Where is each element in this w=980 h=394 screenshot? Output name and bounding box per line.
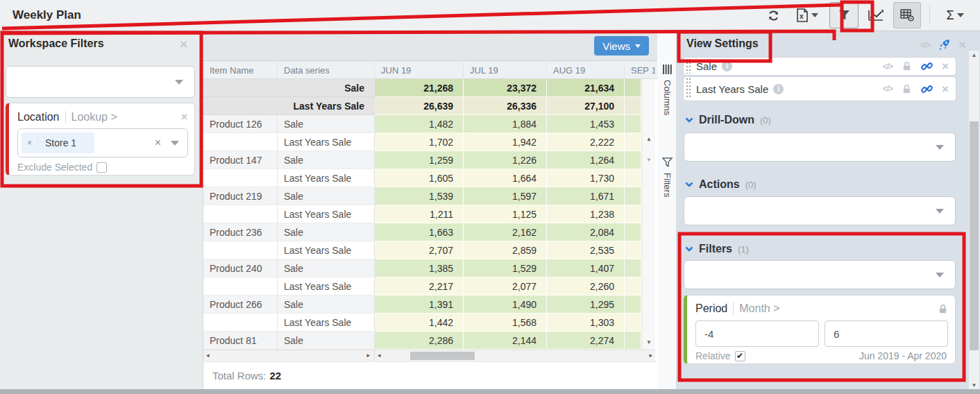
cell-value[interactable]: 2,144	[464, 332, 547, 350]
lookup-link[interactable]: Lookup >	[71, 111, 117, 123]
cell-value[interactable]: 1,303	[547, 314, 625, 332]
cell-value[interactable]: 2,274	[547, 332, 625, 350]
period-to-input[interactable]	[825, 320, 948, 347]
link-icon[interactable]	[921, 83, 933, 95]
scroll-down-icon[interactable]: ▼	[642, 157, 656, 163]
granularity-link[interactable]: Month >	[739, 302, 779, 315]
cell-value[interactable]: 1,605	[375, 169, 464, 187]
relative-checkbox[interactable]: ✔	[735, 351, 745, 361]
cell-value-clipped[interactable]	[625, 314, 641, 332]
lock-icon[interactable]	[902, 61, 912, 71]
period-from-input[interactable]	[695, 320, 819, 347]
clear-icon[interactable]: ×	[155, 137, 161, 149]
cell-value-clipped[interactable]	[625, 296, 641, 314]
cell-value-clipped[interactable]	[625, 151, 641, 169]
grid-vertical-scrollbar[interactable]: ▲ ▼ ▼	[641, 79, 655, 350]
scroll-right-icon[interactable]: ▸	[366, 352, 370, 359]
cell-value[interactable]: 1,597	[464, 187, 547, 205]
cell-value[interactable]: 2,707	[375, 241, 464, 259]
cell-value-clipped[interactable]	[625, 259, 641, 277]
cell-value-clipped[interactable]	[625, 187, 641, 205]
column-header[interactable]: AUG 19	[547, 61, 625, 78]
cell-value[interactable]: 1,226	[464, 151, 547, 169]
cell-value[interactable]: 1,490	[464, 296, 547, 314]
cell-value[interactable]: 1,539	[375, 187, 464, 205]
cell-value[interactable]: 1,125	[464, 205, 547, 223]
cell-value[interactable]: 1,391	[375, 296, 464, 314]
tab-columns[interactable]: Columns	[657, 65, 677, 115]
cell-value[interactable]: 1,942	[464, 133, 547, 151]
cell-value-clipped[interactable]	[625, 133, 641, 151]
column-header[interactable]: Item Name	[203, 61, 278, 78]
cell-value[interactable]: 1,407	[547, 259, 625, 277]
excel-export-button[interactable]: x	[791, 3, 824, 27]
drag-handle[interactable]	[686, 59, 692, 74]
cell-value[interactable]: 1,884	[464, 115, 547, 133]
cell-value[interactable]: 1,568	[464, 314, 547, 332]
cell-value[interactable]: 2,859	[464, 241, 547, 259]
cell-value[interactable]: 2,260	[547, 277, 625, 296]
actions-select[interactable]	[684, 196, 956, 225]
cell-value[interactable]: 26,639	[375, 97, 464, 115]
cell-value-clipped[interactable]	[625, 277, 641, 296]
cell-value[interactable]: 1,730	[547, 169, 625, 187]
cell-value-clipped[interactable]	[625, 79, 641, 97]
cell-value[interactable]: 1,482	[375, 115, 464, 133]
location-value-select[interactable]: × Store 1 ×	[17, 128, 188, 157]
cell-value-clipped[interactable]	[625, 223, 641, 241]
cell-value[interactable]: 1,664	[464, 169, 547, 187]
data-scrollbar[interactable]: ◂ ▸	[375, 350, 655, 361]
cell-value[interactable]: 1,453	[547, 115, 625, 133]
code-icon[interactable]: </>	[883, 62, 893, 71]
column-header[interactable]: SEP 19	[625, 61, 655, 78]
code-icon[interactable]: </>	[920, 40, 930, 50]
cell-value[interactable]: 2,535	[547, 241, 625, 259]
cell-value[interactable]: 1,238	[547, 205, 625, 223]
cell-value-clipped[interactable]	[625, 97, 641, 115]
cell-value[interactable]: 2,222	[547, 133, 625, 151]
cell-value[interactable]: 1,295	[547, 296, 625, 314]
cell-value[interactable]: 2,286	[375, 332, 464, 350]
cell-value[interactable]: 1,702	[375, 133, 464, 151]
labels-scrollbar[interactable]: ◂ ▸	[203, 350, 375, 361]
column-header[interactable]: JUN 19	[375, 61, 464, 78]
cell-value[interactable]: 1,442	[375, 314, 464, 332]
drag-handle[interactable]	[686, 78, 692, 99]
sigma-aggregate-button[interactable]: Σ	[938, 3, 972, 27]
cell-value[interactable]: 1,211	[375, 205, 464, 223]
panel-scrollbar[interactable]: ▲ ▼	[969, 51, 979, 389]
data-series-item-last-years-sale[interactable]: Last Years Sale i </> ×	[684, 77, 956, 101]
line-chart-button[interactable]	[864, 3, 888, 27]
scrollbar-thumb[interactable]	[970, 121, 979, 350]
data-series-item-sale[interactable]: Sale i </> ×	[684, 58, 956, 75]
scroll-right-icon[interactable]: ▸	[649, 352, 652, 359]
cell-value-clipped[interactable]	[625, 241, 641, 259]
close-icon[interactable]: ×	[181, 112, 187, 123]
cell-value[interactable]: 2,217	[375, 277, 464, 296]
rocket-icon[interactable]	[938, 39, 950, 51]
cell-value[interactable]: 21,634	[547, 79, 625, 97]
section-filters[interactable]: Filters (1)	[685, 243, 749, 255]
close-icon[interactable]: ×	[958, 38, 966, 51]
scroll-left-icon[interactable]: ◂	[206, 352, 210, 359]
cell-value-clipped[interactable]	[625, 205, 641, 223]
scroll-down-icon[interactable]: ▼	[969, 382, 979, 388]
cell-value-clipped[interactable]	[625, 169, 641, 187]
remove-tag-icon[interactable]: ×	[22, 138, 38, 148]
add-filter-select[interactable]	[6, 66, 195, 98]
link-icon[interactable]	[921, 60, 933, 72]
views-button[interactable]: Views	[594, 36, 649, 55]
scroll-down-icon[interactable]: ▼	[642, 339, 656, 345]
cell-value[interactable]: 2,162	[464, 223, 547, 241]
column-header[interactable]: JUL 19	[464, 61, 547, 78]
grid-horizontal-scrollbar[interactable]: ◂ ▸ ◂ ▸	[203, 350, 655, 361]
remove-icon[interactable]: ×	[942, 60, 949, 72]
lock-icon[interactable]	[902, 84, 912, 94]
cell-value-clipped[interactable]	[625, 115, 641, 133]
cell-value[interactable]: 1,529	[464, 259, 547, 277]
cell-value[interactable]: 23,372	[464, 79, 547, 97]
code-icon[interactable]: </>	[883, 84, 893, 94]
close-icon[interactable]: ×	[180, 37, 187, 51]
cell-value[interactable]: 1,259	[375, 151, 464, 169]
tab-filters[interactable]: Filters	[657, 157, 677, 197]
